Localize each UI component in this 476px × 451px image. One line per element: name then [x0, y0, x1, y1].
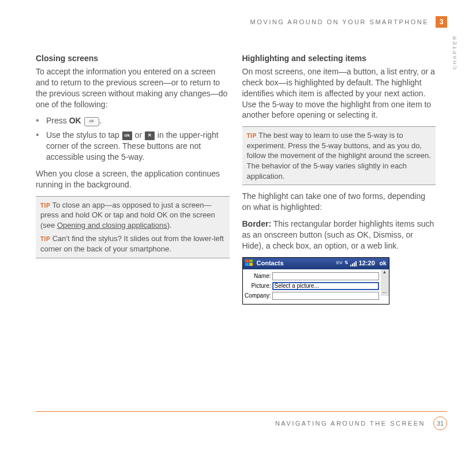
border-text: This rectangular border highlights items… — [242, 219, 434, 250]
device-screenshot: Contacts EV ⇅ 12:20 ok Name: — [242, 257, 389, 305]
bullet1-prefix: Press — [46, 116, 69, 125]
status-icons: EV ⇅ — [336, 260, 357, 266]
closing-screens-heading: Closing screens — [36, 53, 230, 64]
bullet1-after: . — [100, 116, 102, 125]
tip-label: TIP — [247, 133, 257, 139]
chapter-number-tab: 3 — [436, 16, 447, 28]
signal-bars-icon — [350, 261, 357, 266]
border-label: Border: — [242, 219, 272, 228]
tip-box-right: TIP The best way to learn to use the 5-w… — [242, 126, 436, 185]
device-row-picture: Picture: Select a picture... — [245, 282, 379, 290]
picture-label: Picture: — [245, 282, 271, 290]
device-title: Contacts — [257, 259, 284, 268]
tip1-link: Opening and closing applications — [57, 221, 167, 230]
bullet2-mid: or — [133, 130, 144, 140]
right-column: Highlighting and selecting items On most… — [242, 53, 436, 305]
name-label: Name: — [245, 272, 271, 280]
windows-flag-icon — [245, 260, 254, 268]
footer-title: NAVIGATING AROUND THE SCREEN — [275, 420, 425, 427]
highlight-forms-para: The highlight can take one of two forms,… — [242, 191, 436, 213]
data-arrows-icon: ⇅ — [344, 260, 348, 266]
closing-steps-list: Press OK ok. Use the stylus to tap ok or… — [36, 115, 230, 163]
tip-label: TIP — [40, 202, 50, 209]
ok-button-icon: ok — [84, 117, 99, 126]
device-time: 12:20 — [359, 259, 375, 268]
device-row-name: Name: — [245, 272, 379, 280]
device-body: Name: Picture: Select a picture... Compa… — [243, 269, 381, 304]
close-small-icon: ✕ — [145, 131, 155, 140]
device-scrollbar: ▲ — — [381, 269, 389, 296]
page-number: 31 — [433, 416, 447, 430]
chapter-label: CHAPTER — [452, 35, 458, 70]
device-row-company: Company: — [245, 292, 379, 300]
running-head: MOVING AROUND ON YOUR SMARTPHONE — [250, 18, 429, 25]
left-column: Closing screens To accept the informatio… — [36, 53, 230, 305]
device-titlebar: Contacts EV ⇅ 12:20 ok — [243, 258, 389, 269]
ev-indicator: EV — [336, 260, 343, 266]
border-para: Border: This rectangular border highligh… — [242, 219, 436, 251]
highlighting-intro: On most screens, one item—a button, a li… — [242, 66, 436, 121]
ok-small-icon: ok — [122, 131, 132, 140]
bullet1-ok-word: OK — [69, 116, 81, 125]
list-item: Press OK ok. — [36, 115, 230, 126]
tip-label: TIP — [40, 236, 50, 242]
bullet1-suffix — [81, 116, 84, 125]
tip-box-left: TIP To close an app—as opposed to just a… — [36, 196, 230, 258]
device-ok-button: ok — [380, 260, 387, 268]
closing-para2: When you close a screen, the application… — [36, 168, 230, 190]
highlighting-heading: Highlighting and selecting items — [242, 53, 436, 64]
closing-intro: To accept the information you entered on… — [36, 66, 230, 110]
scroll-up-icon: ▲ — [383, 269, 387, 276]
scroll-down-icon: — — [383, 290, 387, 296]
tip2-text: Can't find the stylus? It slides out fro… — [40, 234, 224, 253]
bullet2-prefix: Use the stylus to tap — [46, 130, 122, 140]
company-label: Company: — [245, 292, 271, 300]
name-input — [272, 272, 379, 280]
picture-input-highlighted: Select a picture... — [272, 282, 379, 290]
tip1-text-after: ). — [167, 221, 172, 230]
tip-right-text: The best way to learn to use the 5-way i… — [247, 131, 431, 180]
company-input — [272, 292, 379, 300]
list-item: Use the stylus to tap ok or ✕ in the upp… — [36, 130, 230, 163]
footer: NAVIGATING AROUND THE SCREEN 31 — [36, 411, 447, 430]
